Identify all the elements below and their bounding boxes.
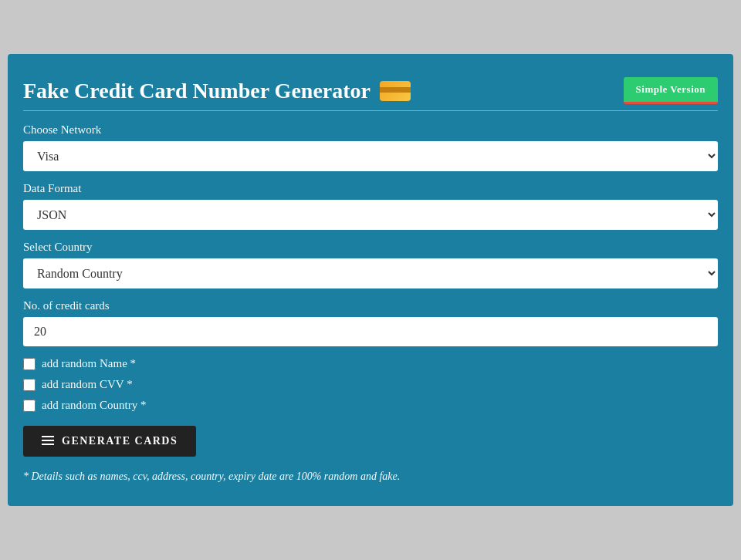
generate-button-label: GENERATE CARDS bbox=[62, 435, 178, 447]
checkbox-country[interactable] bbox=[23, 400, 36, 412]
footnote: * Details such as names, ccv, address, c… bbox=[23, 471, 718, 483]
generate-cards-button[interactable]: GENERATE CARDS bbox=[23, 426, 196, 457]
checkbox-cvv-label: add random CVV * bbox=[42, 378, 133, 391]
network-label: Choose Network bbox=[23, 123, 718, 137]
divider bbox=[23, 110, 718, 111]
checkbox-cvv[interactable] bbox=[23, 379, 36, 391]
checkbox-name-label: add random Name * bbox=[42, 357, 136, 370]
count-label: No. of credit cards bbox=[23, 299, 718, 312]
network-select[interactable]: Visa Mastercard American Express Discove… bbox=[23, 141, 718, 171]
data-format-select[interactable]: JSON CSV XML Text bbox=[23, 200, 718, 230]
page-title: Fake Credit Card Number Generator bbox=[23, 79, 411, 103]
country-select[interactable]: Random Country United States United King… bbox=[23, 258, 718, 288]
count-input[interactable] bbox=[23, 317, 718, 346]
data-format-field-group: Data Format JSON CSV XML Text bbox=[23, 182, 718, 230]
main-container: Fake Credit Card Number Generator Simple… bbox=[8, 54, 733, 506]
list-icon bbox=[42, 436, 54, 447]
country-field-group: Select Country Random Country United Sta… bbox=[23, 241, 718, 288]
checkbox-cvv-group: add random CVV * bbox=[23, 378, 718, 391]
credit-card-icon bbox=[380, 81, 411, 101]
checkbox-name[interactable] bbox=[23, 358, 36, 370]
checkbox-name-group: add random Name * bbox=[23, 357, 718, 370]
checkboxes-section: add random Name * add random CVV * add r… bbox=[23, 357, 718, 412]
network-field-group: Choose Network Visa Mastercard American … bbox=[23, 123, 718, 171]
header-row: Fake Credit Card Number Generator Simple… bbox=[23, 77, 718, 104]
data-format-label: Data Format bbox=[23, 182, 718, 195]
checkbox-country-group: add random Country * bbox=[23, 399, 718, 412]
checkbox-country-label: add random Country * bbox=[42, 399, 146, 412]
count-field-group: No. of credit cards bbox=[23, 299, 718, 346]
title-text: Fake Credit Card Number Generator bbox=[23, 79, 370, 103]
country-label: Select Country bbox=[23, 241, 718, 254]
simple-version-button[interactable]: Simple Version bbox=[624, 77, 718, 104]
